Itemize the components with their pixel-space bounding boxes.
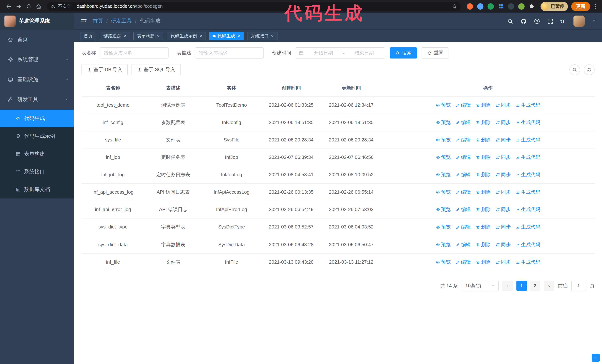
profile-chip[interactable]: 已暂停 xyxy=(540,2,568,11)
edit-link[interactable]: 编辑 xyxy=(455,136,471,144)
preview-link[interactable]: 预览 xyxy=(435,101,451,109)
sync-link[interactable]: 同步 xyxy=(495,154,511,161)
edit-link[interactable]: 编辑 xyxy=(455,206,471,213)
preview-link[interactable]: 预览 xyxy=(435,223,451,231)
generate-link[interactable]: 生成代码 xyxy=(516,241,540,248)
delete-link[interactable]: 删除 xyxy=(475,136,491,144)
sidebar-item-form-builder[interactable]: 表单构建 xyxy=(0,145,74,163)
caret-down-icon[interactable] xyxy=(592,19,596,23)
delete-link[interactable]: 删除 xyxy=(475,223,491,231)
refresh-table-button[interactable] xyxy=(584,64,595,75)
address-bar[interactable]: 不安全 dashboard.yudao.iocoder.cn/tool/code… xyxy=(47,2,461,11)
preview-link[interactable]: 预览 xyxy=(435,136,451,144)
tag-close-icon[interactable]: × xyxy=(271,34,274,39)
extension-icon[interactable] xyxy=(477,3,484,10)
browser-menu-icon[interactable]: ⋮ xyxy=(593,3,598,10)
generate-link[interactable]: 生成代码 xyxy=(516,136,540,144)
date-range-picker[interactable]: 开始日期 - 结束日期 xyxy=(295,47,385,59)
app-logo[interactable]: 芋道管理系统 xyxy=(0,13,74,30)
sidebar-item-system-api[interactable]: 系统接口 xyxy=(0,163,74,181)
back-button[interactable] xyxy=(4,1,14,11)
extension-icon[interactable] xyxy=(467,3,473,10)
tag-close-icon[interactable]: × xyxy=(157,34,160,39)
tag-close-icon[interactable]: × xyxy=(237,34,240,39)
search-button[interactable]: 搜索 xyxy=(390,47,417,59)
tag-system-api[interactable]: 系统接口× xyxy=(247,32,278,40)
font-size-icon[interactable]: tT xyxy=(560,18,565,24)
sidebar-item-infra[interactable]: 基础设施 xyxy=(0,70,74,90)
edit-link[interactable]: 编辑 xyxy=(455,241,471,248)
forward-button[interactable] xyxy=(14,1,24,11)
import-sql-button[interactable]: 基于 SQL 导入 xyxy=(132,64,181,75)
sync-link[interactable]: 同步 xyxy=(495,171,511,178)
sync-link[interactable]: 同步 xyxy=(495,136,511,144)
delete-link[interactable]: 删除 xyxy=(475,188,491,196)
page-button-2[interactable]: 2 xyxy=(530,281,540,291)
sidebar-item-db-doc[interactable]: 数据库文档 xyxy=(0,181,74,198)
breadcrumb-devtools[interactable]: 研发工具 xyxy=(111,18,132,24)
delete-link[interactable]: 删除 xyxy=(475,171,491,178)
sync-link[interactable]: 同步 xyxy=(495,119,511,126)
page-button-1[interactable]: 1 xyxy=(516,281,527,291)
sync-link[interactable]: 同步 xyxy=(495,259,511,266)
sidebar-item-codegen[interactable]: 代码生成 xyxy=(0,110,74,127)
search-icon[interactable] xyxy=(507,18,513,24)
tag-home[interactable]: 首页 xyxy=(80,32,96,40)
generate-link[interactable]: 生成代码 xyxy=(516,259,540,266)
table-name-input[interactable] xyxy=(100,47,169,59)
tag-form-builder[interactable]: 表单构建× xyxy=(133,32,163,40)
edit-link[interactable]: 编辑 xyxy=(455,223,471,231)
sync-link[interactable]: 同步 xyxy=(495,223,511,231)
preview-link[interactable]: 预览 xyxy=(435,206,451,213)
edit-link[interactable]: 编辑 xyxy=(455,259,471,266)
delete-link[interactable]: 删除 xyxy=(475,206,491,213)
sidebar-item-devtools[interactable]: 研发工具 xyxy=(0,90,74,110)
tag-close-icon[interactable]: × xyxy=(199,34,202,39)
extension-icon[interactable] xyxy=(518,3,525,10)
tag-close-icon[interactable]: × xyxy=(123,34,126,39)
edit-link[interactable]: 编辑 xyxy=(455,101,471,109)
preview-link[interactable]: 预览 xyxy=(435,154,451,161)
delete-link[interactable]: 删除 xyxy=(475,259,491,266)
delete-link[interactable]: 删除 xyxy=(475,241,491,248)
generate-link[interactable]: 生成代码 xyxy=(516,206,540,213)
delete-link[interactable]: 删除 xyxy=(475,154,491,161)
sync-link[interactable]: 同步 xyxy=(495,101,511,109)
sync-link[interactable]: 同步 xyxy=(495,188,511,196)
edit-link[interactable]: 编辑 xyxy=(455,154,471,161)
extension-icon[interactable] xyxy=(508,3,514,10)
toggle-search-button[interactable] xyxy=(570,64,580,75)
next-page-button[interactable]: › xyxy=(544,281,554,291)
generate-link[interactable]: 生成代码 xyxy=(516,188,540,196)
reload-button[interactable] xyxy=(24,1,34,11)
hamburger-icon[interactable] xyxy=(80,17,87,25)
bookmark-star-icon[interactable] xyxy=(452,3,457,9)
preview-link[interactable]: 预览 xyxy=(435,241,451,248)
generate-link[interactable]: 生成代码 xyxy=(516,119,540,126)
generate-link[interactable]: 生成代码 xyxy=(516,154,540,161)
goto-page-input[interactable] xyxy=(571,281,586,291)
extension-grid-icon[interactable] xyxy=(498,3,504,9)
delete-link[interactable]: 删除 xyxy=(475,119,491,126)
tag-tracer[interactable]: 链路追踪× xyxy=(100,32,130,40)
browser-update-button[interactable]: 更新 xyxy=(571,2,590,11)
fullscreen-icon[interactable] xyxy=(547,18,553,24)
extensions-puzzle-icon[interactable] xyxy=(529,3,535,9)
home-button[interactable] xyxy=(34,1,44,11)
tag-codegen-example[interactable]: 代码生成示例× xyxy=(167,32,206,40)
sync-link[interactable]: 同步 xyxy=(495,206,511,213)
preview-link[interactable]: 预览 xyxy=(435,171,451,178)
edit-link[interactable]: 编辑 xyxy=(455,171,471,178)
github-icon[interactable] xyxy=(520,18,527,24)
user-avatar[interactable] xyxy=(573,16,585,27)
generate-link[interactable]: 生成代码 xyxy=(516,223,540,231)
sidebar-item-codegen-example[interactable]: 代码生成示例 xyxy=(0,127,74,145)
import-db-button[interactable]: 基于 DB 导入 xyxy=(82,64,128,75)
prev-page-button[interactable]: ‹ xyxy=(502,281,513,291)
reset-button[interactable]: 重置 xyxy=(422,47,449,59)
help-icon[interactable] xyxy=(534,18,540,24)
page-size-select[interactable]: 10条/页 xyxy=(462,281,499,291)
generate-link[interactable]: 生成代码 xyxy=(516,171,540,178)
edit-link[interactable]: 编辑 xyxy=(455,119,471,126)
preview-link[interactable]: 预览 xyxy=(435,188,451,196)
